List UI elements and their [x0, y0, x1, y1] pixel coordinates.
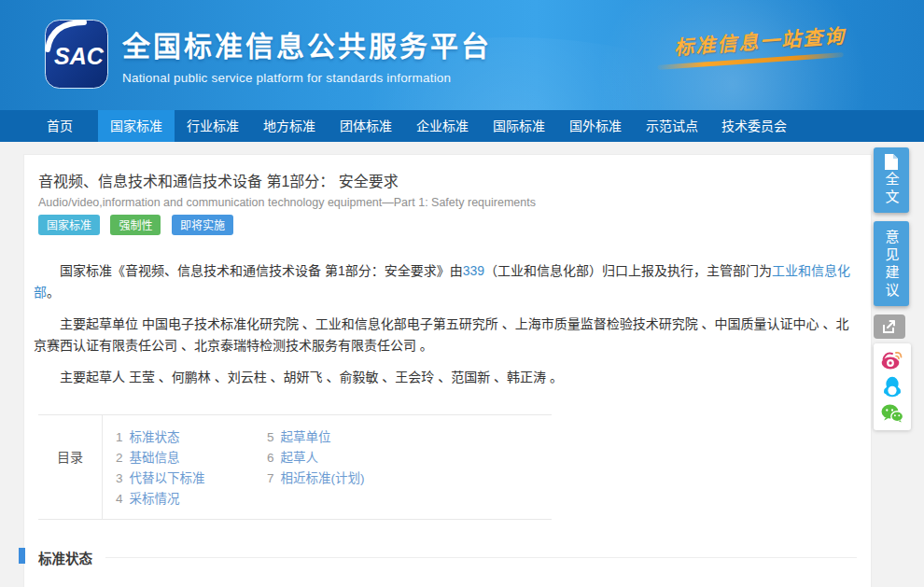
- site-title: 全国标准信息公共服务平台: [122, 23, 492, 64]
- weibo-icon[interactable]: [881, 350, 903, 370]
- standard-title-en: Audio/video,information and communicatio…: [38, 196, 857, 209]
- dept-code-link[interactable]: 339: [463, 263, 484, 278]
- toc-num-3: 3: [116, 471, 123, 485]
- toc-num-5: 5: [267, 430, 274, 444]
- tag-row: 国家标准 强制性 即将实施: [38, 215, 857, 235]
- toc-link-adoption[interactable]: 采标情况: [130, 492, 180, 506]
- qq-icon[interactable]: [883, 376, 902, 398]
- intro-text-2: （工业和信息化部）归口上报及执行，主管部门为: [484, 263, 772, 278]
- sac-logo[interactable]: SAC: [45, 20, 108, 89]
- section-accent-bar: [19, 548, 25, 564]
- toc-label: 目录: [38, 415, 102, 519]
- nav-item-local-standards[interactable]: 地方标准: [251, 110, 328, 142]
- toc-num-1: 1: [116, 430, 123, 444]
- toc-box: 目录 1标准状态 2基础信息 3代替以下标准 4采标情况 5起草单位 6起草人 …: [38, 414, 552, 520]
- nav-item-international-standards[interactable]: 国际标准: [481, 110, 557, 142]
- share-button[interactable]: [874, 314, 905, 339]
- social-share-panel: [874, 343, 911, 430]
- site-title-block: 全国标准信息公共服务平台 National public service pla…: [122, 23, 492, 85]
- main-nav: 首页 国家标准 行业标准 地方标准 团体标准 企业标准 国际标准 国外标准 示范…: [0, 110, 924, 142]
- nav-item-pilot-demo[interactable]: 示范试点: [634, 110, 710, 142]
- nav-item-group-standards[interactable]: 团体标准: [328, 110, 404, 142]
- intro-paragraph: 国家标准《音视频、信息技术和通信技术设备 第1部分：安全要求》由339（工业和信…: [34, 260, 857, 303]
- feedback-label: 意见建议: [882, 230, 902, 300]
- status-section-title: 标准状态: [38, 548, 92, 567]
- toc-column-2: 5起草单位 6起草人 7相近标准(计划): [267, 427, 552, 510]
- drafters-paragraph: 主要起草人 王莹 、何鹏林 、刘云柱 、胡妍飞 、俞毅敏 、王会玲 、范国新 、…: [34, 367, 857, 388]
- toc-link-standard-status[interactable]: 标准状态: [130, 430, 180, 444]
- nav-item-home[interactable]: 首页: [21, 110, 98, 142]
- nav-item-industry-standards[interactable]: 行业标准: [175, 110, 251, 142]
- nav-item-national-standards[interactable]: 国家标准: [98, 110, 175, 142]
- fulltext-button[interactable]: 全文: [874, 147, 909, 213]
- intro-text-1: 国家标准《音视频、信息技术和通信技术设备 第1部分：安全要求》由: [60, 263, 463, 278]
- toc-link-replaced-standards[interactable]: 代替以下标准: [130, 471, 205, 485]
- toc-link-drafting-units[interactable]: 起草单位: [281, 430, 331, 444]
- content-card: 音视频、信息技术和通信技术设备 第1部分： 安全要求 Audio/video,i…: [23, 154, 872, 587]
- share-icon: [882, 320, 897, 334]
- floating-toolbar: 全文 意见建议: [874, 147, 913, 430]
- section-divider-line: [105, 557, 857, 558]
- tag-mandatory: 强制性: [110, 215, 161, 235]
- document-icon: [885, 154, 898, 170]
- tag-upcoming-implementation: 即将实施: [172, 215, 233, 235]
- toc-link-basic-info[interactable]: 基础信息: [130, 451, 180, 465]
- toc-num-6: 6: [267, 451, 274, 465]
- toc-num-7: 7: [267, 471, 274, 485]
- sac-logo-text: SAC: [54, 43, 105, 69]
- wechat-icon[interactable]: [881, 404, 903, 423]
- drafting-units-paragraph: 主要起草单位 中国电子技术标准化研究院 、工业和信息化部电子第五研究所 、上海市…: [34, 314, 857, 356]
- status-timeline: 发布于 2022-07-19 实施于 2023-08-01 废止: [38, 575, 857, 587]
- nav-item-foreign-standards[interactable]: 国外标准: [557, 110, 634, 142]
- status-section-header: 标准状态: [38, 548, 857, 567]
- intro-text-3: 。: [47, 285, 60, 300]
- fulltext-label: 全文: [882, 172, 902, 207]
- site-subtitle: National public service platform for sta…: [122, 71, 492, 85]
- toc-body: 1标准状态 2基础信息 3代替以下标准 4采标情况 5起草单位 6起草人 7相近…: [102, 415, 552, 519]
- header: SAC 全国标准信息公共服务平台 National public service…: [0, 0, 924, 110]
- toc-num-4: 4: [116, 492, 123, 506]
- nav-item-enterprise-standards[interactable]: 企业标准: [404, 110, 481, 142]
- toc-column-1: 1标准状态 2基础信息 3代替以下标准 4采标情况: [116, 427, 267, 510]
- toc-link-drafters[interactable]: 起草人: [281, 451, 319, 465]
- tag-national-standard: 国家标准: [38, 215, 100, 235]
- feedback-button[interactable]: 意见建议: [874, 221, 909, 306]
- nav-item-technical-committee[interactable]: 技术委员会: [710, 110, 798, 142]
- standard-title: 音视频、信息技术和通信技术设备 第1部分： 安全要求: [38, 169, 857, 191]
- toc-num-2: 2: [116, 451, 123, 465]
- toc-link-similar-standards[interactable]: 相近标准(计划): [281, 471, 365, 485]
